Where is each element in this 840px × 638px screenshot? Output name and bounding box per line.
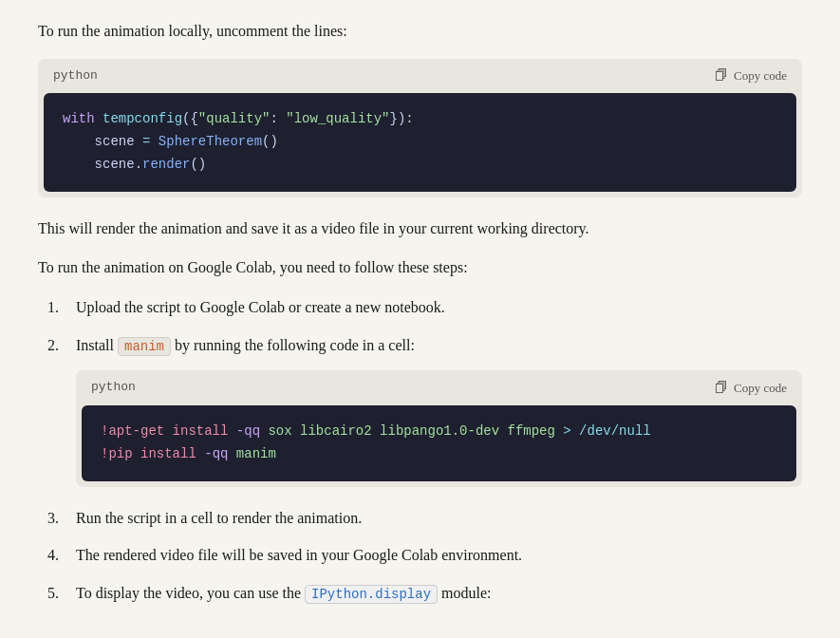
code-header-1: python 🗍 Copy code (38, 59, 802, 94)
list-text-2: Install manim by running the following c… (76, 333, 415, 358)
list-item-2: 2. Install manim by running the followin… (47, 333, 802, 358)
copy-label-2: Copy code (734, 381, 787, 396)
ipython-inline-code: IPython.display (305, 585, 438, 604)
code-block-2: python 🗍 Copy code !apt-get install -qq … (76, 370, 802, 486)
list-item-4: 4. The rendered video file will be saved… (47, 543, 802, 568)
list-num-2: 2. (47, 333, 76, 358)
list-container: 1. Upload the script to Google Colab or … (47, 295, 802, 605)
list-text-1: Upload the script to Google Colab or cre… (76, 295, 445, 320)
list-text-5: To display the video, you can use the IP… (76, 581, 492, 606)
list-item-5: 5. To display the video, you can use the… (47, 581, 802, 606)
list-num-4: 4. (47, 543, 76, 568)
manim-inline-code: manim (118, 337, 171, 356)
list-text-3: Run the script in a cell to render the a… (76, 506, 362, 531)
copy-button-1[interactable]: 🗍 Copy code (715, 68, 787, 84)
list-item-1: 1. Upload the script to Google Colab or … (47, 295, 802, 320)
copy-button-2[interactable]: 🗍 Copy code (715, 381, 787, 396)
list-item-3: 3. Run the script in a cell to render th… (47, 506, 802, 531)
list-text-2-before: Install (76, 337, 118, 353)
code-body-1: with tempconfig({"quality": "low_quality… (44, 93, 796, 191)
list-text-2-after: by running the following code in a cell: (171, 337, 415, 353)
code-body-2: !apt-get install -qq sox libcairo2 libpa… (82, 405, 796, 481)
code-header-2: python 🗍 Copy code (76, 370, 802, 405)
code-block-1: python 🗍 Copy code with tempconfig({"qua… (38, 59, 802, 197)
list-text-4: The rendered video file will be saved in… (76, 543, 522, 568)
body-text-2: This will render the animation and save … (38, 216, 802, 241)
copy-label-1: Copy code (734, 68, 787, 84)
body-text-3: To run the animation on Google Colab, yo… (38, 255, 802, 280)
copy-icon-2: 🗍 (715, 381, 728, 396)
code-lang-2: python (91, 378, 136, 398)
intro-text-1: To run the animation locally, uncomment … (38, 19, 802, 44)
list-num-5: 5. (47, 581, 76, 606)
list-num-3: 3. (47, 506, 76, 531)
code-lang-1: python (53, 66, 98, 86)
copy-icon-1: 🗍 (715, 68, 728, 84)
list-text-5-before: To display the video, you can use the (76, 585, 305, 601)
list-num-1: 1. (47, 295, 76, 320)
list-text-5-after: module: (438, 585, 491, 601)
